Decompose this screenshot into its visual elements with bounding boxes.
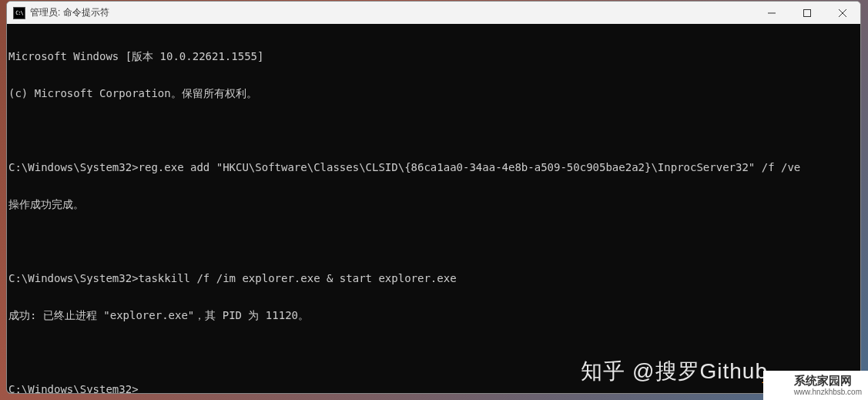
- window-title: 管理员: 命令提示符: [30, 6, 754, 19]
- terminal-line: [8, 235, 860, 247]
- terminal-line: C:\Windows\System32>taskkill /f /im expl…: [8, 272, 860, 284]
- site-watermark: 系统家园网 www.hnzkhbsb.com: [763, 371, 868, 400]
- terminal-line: 成功: 已终止进程 "explorer.exe"，其 PID 为 11120。: [8, 309, 860, 321]
- maximize-icon: [803, 9, 811, 17]
- terminal-line: Microsoft Windows [版本 10.0.22621.1555]: [8, 50, 860, 62]
- site-url-label: www.hnzkhbsb.com: [794, 388, 862, 397]
- terminal-line: (c) Microsoft Corporation。保留所有权利。: [8, 87, 860, 99]
- terminal-line: C:\Windows\System32>reg.exe add "HKCU\So…: [8, 161, 860, 173]
- cmd-icon: C:\: [13, 7, 25, 19]
- minimize-button[interactable]: [754, 2, 789, 24]
- svg-rect-1: [804, 9, 811, 16]
- terminal-prompt: C:\Windows\System32>: [8, 383, 860, 393]
- titlebar[interactable]: C:\ 管理员: 命令提示符: [7, 2, 860, 24]
- terminal-output[interactable]: Microsoft Windows [版本 10.0.22621.1555] (…: [7, 24, 860, 393]
- minimize-icon: [768, 9, 776, 17]
- command-prompt-window: C:\ 管理员: 命令提示符 Microsoft Windows [版本 10.…: [6, 1, 861, 394]
- terminal-line: [8, 124, 860, 136]
- site-name-label: 系统家园网: [794, 374, 852, 388]
- terminal-line: [8, 346, 860, 358]
- maximize-button[interactable]: [789, 2, 825, 24]
- close-button[interactable]: [825, 2, 860, 24]
- close-icon: [839, 9, 846, 17]
- terminal-line: 操作成功完成。: [8, 198, 860, 210]
- window-controls: [754, 2, 860, 24]
